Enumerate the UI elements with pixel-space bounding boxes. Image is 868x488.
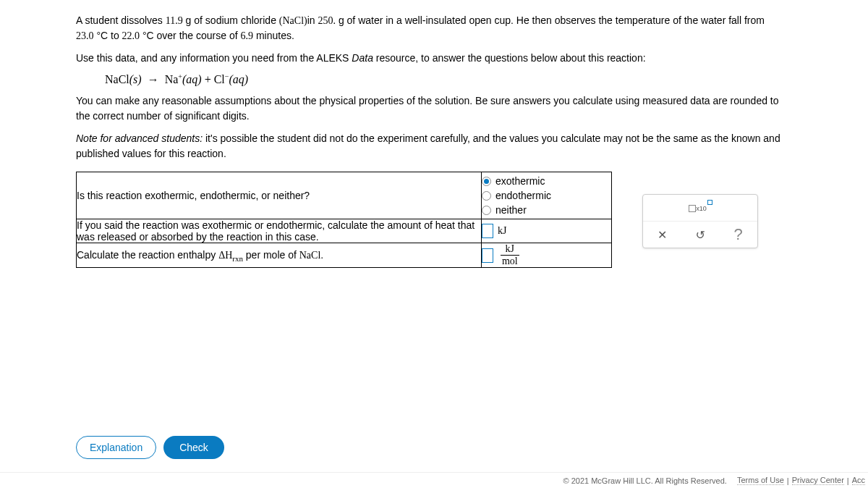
temp-start: 23.0 [76,30,94,41]
copyright-text: © 2021 McGraw Hill LLC. All Rights Reser… [563,476,727,485]
input-palette: x10 ✕ ↻ ? [642,194,758,248]
q2-input[interactable] [482,224,493,238]
check-button[interactable]: Check [163,436,224,459]
radio-icon [482,191,491,201]
explanation-button[interactable]: Explanation [76,436,156,459]
radio-icon [482,177,491,186]
q1-option-endothermic[interactable]: endothermic [482,190,611,201]
question-icon: ? [734,225,743,244]
reset-icon: ↻ [696,228,705,242]
palette-reset[interactable]: ↻ [681,222,720,248]
duration: 6.9 [241,30,254,41]
mass-water: 250. [318,15,336,26]
problem-paragraph-4: Note for advanced students: it's possibl… [76,131,792,161]
q2-text: If you said the reaction was exothermic … [77,219,482,243]
palette-x10[interactable]: x10 [643,195,757,221]
q1-option-exothermic[interactable]: exothermic [482,175,611,187]
privacy-link[interactable]: Privacy Center [792,476,844,485]
temp-end: 22.0 [122,30,140,41]
q1-text: Is this reaction exothermic, endothermic… [77,172,482,219]
accessibility-link[interactable]: Acc [852,476,865,485]
problem-paragraph-3: You can make any reasonable assumptions … [76,93,792,124]
terms-link[interactable]: Terms of Use [737,476,784,485]
reaction-equation: NaCl(s) → Na+(aq) + Cl−(aq) [105,73,792,86]
q3-input[interactable] [482,248,493,263]
problem-paragraph-2: Use this data, and any information you n… [76,51,792,66]
data-link[interactable]: Data [352,52,373,64]
problem-paragraph-1: A student dissolves 11.9 g of sodium chl… [76,13,792,43]
q1-option-neither[interactable]: neither [482,204,611,216]
q3-text: Calculate the reaction enthalpy ΔHrxn pe… [77,243,482,268]
footer: © 2021 McGraw Hill LLC. All Rights Reser… [0,472,868,488]
question-table: Is this reaction exothermic, endothermic… [76,172,612,268]
formula-inline: (NaCl) [279,15,307,26]
q3-unit: kJ mol [501,243,519,267]
q2-unit: kJ [498,225,506,236]
mass-solute: 11.9 [166,15,183,26]
radio-icon [482,206,491,215]
palette-clear[interactable]: ✕ [643,222,681,248]
x-icon: ✕ [658,228,667,242]
palette-help[interactable]: ? [719,222,757,248]
